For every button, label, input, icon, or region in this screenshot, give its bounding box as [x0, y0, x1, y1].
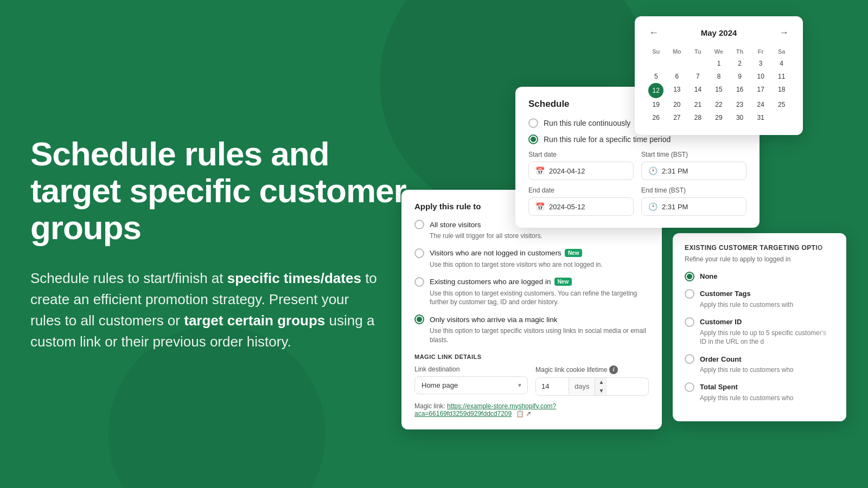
cookie-increment-button[interactable]: ▲ [595, 378, 607, 387]
cal-day-19[interactable]: 19 [646, 98, 667, 111]
apply-option-notloggedin-desc: Use this option to target store visitors… [414, 260, 649, 269]
cal-day-empty [771, 111, 792, 124]
radio-targeting-id[interactable] [685, 317, 694, 327]
cal-day-20[interactable]: 20 [667, 98, 688, 111]
cal-day-27[interactable]: 27 [667, 111, 688, 124]
link-destination-label: Link destination [414, 365, 528, 373]
cal-day-empty [687, 57, 709, 70]
radio-targeting-none[interactable] [685, 272, 694, 281]
cal-day-28[interactable]: 28 [687, 111, 709, 124]
end-date-input[interactable]: 📅 2024-05-12 [528, 197, 634, 216]
end-time-input[interactable]: 🕐 2:31 PM [641, 197, 746, 216]
link-destination-select[interactable]: Home page Product page Collection page [414, 376, 528, 394]
targeting-option-id-label: Customer ID [700, 318, 742, 326]
cal-day-23[interactable]: 23 [729, 98, 750, 111]
cal-day-8[interactable]: 8 [709, 70, 730, 83]
cookie-lifetime-label-text: Magic link cookie lifetime [535, 365, 608, 373]
cal-day-24[interactable]: 24 [750, 98, 771, 111]
apply-option-magic[interactable]: Only visitors who arrive via a magic lin… [414, 314, 649, 345]
copy-icon[interactable]: 📋 [516, 410, 524, 418]
new-badge-notloggedin: New [565, 249, 583, 257]
cal-day-15[interactable]: 15 [709, 83, 730, 98]
cal-day-5[interactable]: 5 [646, 70, 667, 83]
cookie-lifetime-field: Magic link cookie lifetime i days ▲ ▼ [535, 365, 649, 396]
cal-day-21[interactable]: 21 [687, 98, 709, 111]
cookie-lifetime-label: Magic link cookie lifetime i [535, 365, 649, 374]
cal-day-10[interactable]: 10 [750, 70, 771, 83]
cal-day-4[interactable]: 4 [771, 57, 792, 70]
cal-day-11[interactable]: 11 [771, 70, 792, 83]
cal-day-7[interactable]: 7 [687, 70, 709, 83]
radio-targeting-tags[interactable] [685, 289, 694, 299]
desc-text1: Schedule rules to start/finish at [30, 270, 224, 286]
new-badge-existing: New [554, 278, 572, 286]
targeting-option-none[interactable]: None [685, 272, 834, 281]
start-time-input[interactable]: 🕐 2:31 PM [641, 162, 746, 180]
radio-magic[interactable] [414, 314, 424, 324]
cal-day-14[interactable]: 14 [687, 83, 709, 98]
targeting-option-totalspent-desc: Apply this rule to customers who [685, 394, 834, 403]
cal-day-6[interactable]: 6 [667, 70, 688, 83]
clock-icon-end: 🕐 [648, 202, 658, 211]
magic-link-row: Link destination Home page Product page … [414, 365, 649, 396]
radio-continuous[interactable] [528, 118, 538, 128]
radio-existing[interactable] [414, 277, 424, 287]
cal-day-12-selected[interactable]: 12 [648, 83, 663, 98]
start-time-field: Start time (BST) 🕐 2:31 PM [641, 151, 746, 180]
calendar-header: ← May 2024 → [646, 26, 792, 40]
targeting-option-totalspent[interactable]: Total Spent Apply this rule to customers… [685, 382, 834, 403]
external-link-icon[interactable]: ↗ [526, 410, 531, 418]
targeting-option-tags-header: Customer Tags [685, 289, 834, 299]
cookie-decrement-button[interactable]: ▼ [595, 387, 607, 395]
targeting-option-ordercount[interactable]: Order Count Apply this rule to customers… [685, 354, 834, 375]
cal-day-25[interactable]: 25 [771, 98, 792, 111]
targeting-option-tags[interactable]: Customer Tags Apply this rule to custome… [685, 289, 834, 310]
cal-day-18[interactable]: 18 [771, 83, 792, 98]
targeting-option-none-label: None [700, 272, 718, 280]
end-time-field: End time (BST) 🕐 2:31 PM [641, 187, 746, 216]
schedule-option-specific[interactable]: Run this rule for a specific time period [528, 134, 746, 144]
cal-day-3[interactable]: 3 [750, 57, 771, 70]
cal-header-fr: Fr [750, 46, 771, 57]
cal-day-31[interactable]: 31 [750, 111, 771, 124]
cal-day-9[interactable]: 9 [729, 70, 750, 83]
cal-day-30[interactable]: 30 [729, 111, 750, 124]
date-row-end: End date 📅 2024-05-12 End time (BST) 🕐 2… [528, 187, 746, 216]
start-date-field: Start date 📅 2024-04-12 [528, 151, 634, 180]
cal-day-29[interactable]: 29 [709, 111, 730, 124]
desc-bold1: specific times/dates [227, 270, 361, 286]
targeting-title: EXISTING CUSTOMER TARGETING OPTIO [685, 244, 834, 252]
cal-day-26[interactable]: 26 [646, 111, 667, 124]
targeting-option-ordercount-label: Order Count [700, 355, 742, 363]
info-icon[interactable]: i [609, 365, 618, 374]
apply-option-notloggedin[interactable]: Visitors who are not logged in customers… [414, 248, 649, 269]
link-destination-select-wrapper: Home page Product page Collection page ▼ [414, 376, 528, 394]
desc-bold2: target certain groups [184, 312, 325, 329]
radio-notloggedin[interactable] [414, 248, 424, 258]
targeting-option-ordercount-header: Order Count [685, 354, 834, 364]
radio-specific[interactable] [528, 134, 538, 144]
apply-option-all-label: All store visitors [430, 221, 481, 229]
radio-all[interactable] [414, 220, 424, 229]
targeting-option-tags-desc: Apply this rule to customers with [685, 300, 834, 310]
apply-option-existing[interactable]: Existing customers who are logged in New… [414, 277, 649, 307]
cookie-lifetime-input[interactable] [536, 378, 569, 395]
apply-option-existing-header: Existing customers who are logged in New [414, 277, 649, 287]
radio-targeting-totalspent[interactable] [685, 382, 694, 392]
calendar-next-button[interactable]: → [776, 26, 792, 40]
targeting-option-id[interactable]: Customer ID Apply this rule to up to 5 s… [685, 317, 834, 347]
cal-day-22[interactable]: 22 [709, 98, 730, 111]
calendar-prev-button[interactable]: ← [646, 26, 662, 40]
calendar-icon-end: 📅 [535, 202, 545, 211]
targeting-option-totalspent-label: Total Spent [700, 383, 738, 391]
radio-targeting-ordercount[interactable] [685, 354, 694, 364]
cal-day-13[interactable]: 13 [667, 83, 688, 98]
cal-day-17[interactable]: 17 [750, 83, 771, 98]
start-date-value: 2024-04-12 [549, 167, 585, 175]
end-date-label: End date [528, 187, 634, 194]
start-date-input[interactable]: 📅 2024-04-12 [528, 162, 634, 180]
cal-day-1[interactable]: 1 [709, 57, 730, 70]
magic-link-section-label: MAGIC LINK DETAILS [414, 354, 649, 360]
cal-day-2[interactable]: 2 [729, 57, 750, 70]
cal-day-16[interactable]: 16 [729, 83, 750, 98]
